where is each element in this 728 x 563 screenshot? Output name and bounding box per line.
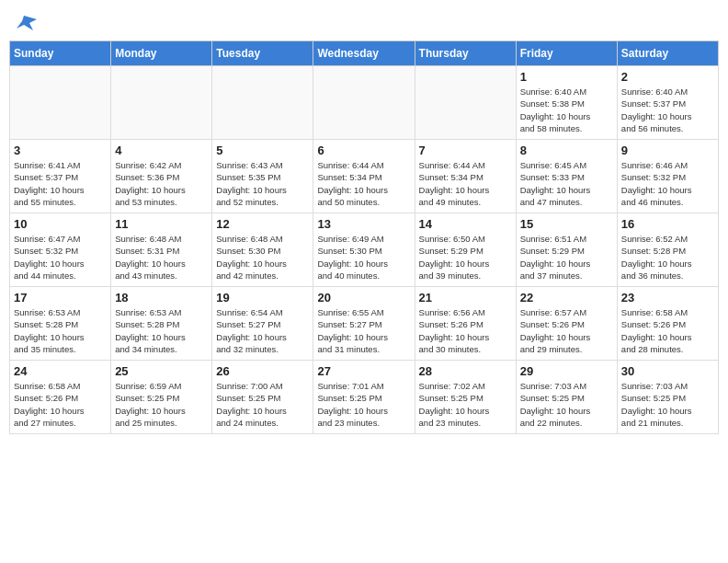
- day-number: 22: [520, 291, 613, 304]
- day-number: 30: [621, 364, 714, 378]
- calendar-cell: 14Sunrise: 6:50 AM Sunset: 5:29 PM Dayli…: [415, 213, 516, 287]
- day-number: 11: [115, 217, 208, 231]
- calendar-cell: 8Sunrise: 6:45 AM Sunset: 5:33 PM Daylig…: [516, 140, 617, 213]
- calendar-cell: [212, 66, 313, 140]
- day-info: Sunrise: 6:44 AM Sunset: 5:34 PM Dayligh…: [419, 159, 512, 208]
- weekday-header-wednesday: Wednesday: [313, 41, 415, 66]
- day-number: 1: [520, 70, 613, 84]
- day-info: Sunrise: 6:40 AM Sunset: 5:37 PM Dayligh…: [621, 86, 714, 134]
- day-info: Sunrise: 6:43 AM Sunset: 5:35 PM Dayligh…: [216, 159, 309, 208]
- day-number: 24: [14, 364, 107, 378]
- calendar-cell: 18Sunrise: 6:53 AM Sunset: 5:28 PM Dayli…: [111, 287, 212, 361]
- calendar-cell: 13Sunrise: 6:49 AM Sunset: 5:30 PM Dayli…: [313, 213, 415, 287]
- day-number: 29: [520, 364, 613, 378]
- calendar-table: SundayMondayTuesdayWednesdayThursdayFrid…: [9, 40, 719, 434]
- day-number: 27: [317, 364, 410, 378]
- calendar-cell: 28Sunrise: 7:02 AM Sunset: 5:25 PM Dayli…: [415, 361, 516, 434]
- calendar-cell: 30Sunrise: 7:03 AM Sunset: 5:25 PM Dayli…: [617, 361, 718, 434]
- day-number: 23: [621, 291, 714, 304]
- day-info: Sunrise: 6:55 AM Sunset: 5:27 PM Dayligh…: [317, 306, 410, 355]
- calendar-cell: 10Sunrise: 6:47 AM Sunset: 5:32 PM Dayli…: [10, 213, 111, 287]
- day-number: 7: [419, 144, 512, 157]
- calendar-week-5: 24Sunrise: 6:58 AM Sunset: 5:26 PM Dayli…: [10, 361, 719, 434]
- day-number: 20: [317, 291, 410, 304]
- day-info: Sunrise: 6:47 AM Sunset: 5:32 PM Dayligh…: [14, 233, 107, 282]
- day-info: Sunrise: 7:01 AM Sunset: 5:25 PM Dayligh…: [317, 380, 410, 429]
- calendar-cell: 25Sunrise: 6:59 AM Sunset: 5:25 PM Dayli…: [111, 361, 212, 434]
- calendar-cell: 29Sunrise: 7:03 AM Sunset: 5:25 PM Dayli…: [516, 361, 617, 434]
- day-number: 6: [317, 144, 410, 157]
- day-info: Sunrise: 6:44 AM Sunset: 5:34 PM Dayligh…: [317, 159, 410, 208]
- page-header: [9, 9, 719, 31]
- calendar-cell: 11Sunrise: 6:48 AM Sunset: 5:31 PM Dayli…: [111, 213, 212, 287]
- calendar-week-4: 17Sunrise: 6:53 AM Sunset: 5:28 PM Dayli…: [10, 287, 719, 361]
- calendar-cell: 1Sunrise: 6:40 AM Sunset: 5:38 PM Daylig…: [516, 66, 617, 140]
- day-info: Sunrise: 6:49 AM Sunset: 5:30 PM Dayligh…: [317, 233, 410, 282]
- logo: [14, 14, 37, 27]
- weekday-header-tuesday: Tuesday: [212, 41, 313, 66]
- calendar-cell: 4Sunrise: 6:42 AM Sunset: 5:36 PM Daylig…: [111, 140, 212, 213]
- weekday-header-thursday: Thursday: [415, 41, 516, 66]
- calendar-cell: 6Sunrise: 6:44 AM Sunset: 5:34 PM Daylig…: [313, 140, 415, 213]
- day-info: Sunrise: 6:48 AM Sunset: 5:31 PM Dayligh…: [115, 233, 208, 282]
- calendar-cell: 15Sunrise: 6:51 AM Sunset: 5:29 PM Dayli…: [516, 213, 617, 287]
- day-info: Sunrise: 6:52 AM Sunset: 5:28 PM Dayligh…: [621, 233, 714, 282]
- day-number: 12: [216, 217, 309, 231]
- day-info: Sunrise: 7:03 AM Sunset: 5:25 PM Dayligh…: [621, 380, 714, 429]
- day-number: 9: [621, 144, 714, 157]
- day-number: 10: [14, 217, 107, 231]
- day-info: Sunrise: 6:59 AM Sunset: 5:25 PM Dayligh…: [115, 380, 208, 429]
- day-info: Sunrise: 6:57 AM Sunset: 5:26 PM Dayligh…: [520, 306, 613, 355]
- calendar-week-2: 3Sunrise: 6:41 AM Sunset: 5:37 PM Daylig…: [10, 140, 719, 213]
- day-number: 18: [115, 291, 208, 304]
- day-number: 14: [419, 217, 512, 231]
- day-number: 19: [216, 291, 309, 304]
- calendar-header-row: SundayMondayTuesdayWednesdayThursdayFrid…: [10, 41, 719, 66]
- calendar-cell: 26Sunrise: 7:00 AM Sunset: 5:25 PM Dayli…: [212, 361, 313, 434]
- calendar-cell: 7Sunrise: 6:44 AM Sunset: 5:34 PM Daylig…: [415, 140, 516, 213]
- calendar-cell: 12Sunrise: 6:48 AM Sunset: 5:30 PM Dayli…: [212, 213, 313, 287]
- day-info: Sunrise: 6:58 AM Sunset: 5:26 PM Dayligh…: [14, 380, 107, 429]
- calendar-cell: 3Sunrise: 6:41 AM Sunset: 5:37 PM Daylig…: [10, 140, 111, 213]
- day-info: Sunrise: 6:41 AM Sunset: 5:37 PM Dayligh…: [14, 159, 107, 208]
- calendar-cell: 20Sunrise: 6:55 AM Sunset: 5:27 PM Dayli…: [313, 287, 415, 361]
- weekday-header-saturday: Saturday: [617, 41, 718, 66]
- calendar-week-3: 10Sunrise: 6:47 AM Sunset: 5:32 PM Dayli…: [10, 213, 719, 287]
- day-number: 16: [621, 217, 714, 231]
- day-info: Sunrise: 6:54 AM Sunset: 5:27 PM Dayligh…: [216, 306, 309, 355]
- logo-bird-icon: [17, 14, 37, 30]
- calendar-week-1: 1Sunrise: 6:40 AM Sunset: 5:38 PM Daylig…: [10, 66, 719, 140]
- day-number: 2: [621, 70, 714, 84]
- day-info: Sunrise: 6:53 AM Sunset: 5:28 PM Dayligh…: [14, 306, 107, 355]
- day-number: 17: [14, 291, 107, 304]
- day-info: Sunrise: 6:58 AM Sunset: 5:26 PM Dayligh…: [621, 306, 714, 355]
- calendar-cell: 24Sunrise: 6:58 AM Sunset: 5:26 PM Dayli…: [10, 361, 111, 434]
- day-number: 4: [115, 144, 208, 157]
- day-info: Sunrise: 6:40 AM Sunset: 5:38 PM Dayligh…: [520, 86, 613, 134]
- calendar-cell: [111, 66, 212, 140]
- calendar-cell: 17Sunrise: 6:53 AM Sunset: 5:28 PM Dayli…: [10, 287, 111, 361]
- day-info: Sunrise: 6:51 AM Sunset: 5:29 PM Dayligh…: [520, 233, 613, 282]
- day-info: Sunrise: 7:03 AM Sunset: 5:25 PM Dayligh…: [520, 380, 613, 429]
- day-info: Sunrise: 6:53 AM Sunset: 5:28 PM Dayligh…: [115, 306, 208, 355]
- day-info: Sunrise: 6:56 AM Sunset: 5:26 PM Dayligh…: [419, 306, 512, 355]
- calendar-cell: 21Sunrise: 6:56 AM Sunset: 5:26 PM Dayli…: [415, 287, 516, 361]
- day-info: Sunrise: 7:00 AM Sunset: 5:25 PM Dayligh…: [216, 380, 309, 429]
- calendar-cell: [415, 66, 516, 140]
- day-info: Sunrise: 7:02 AM Sunset: 5:25 PM Dayligh…: [419, 380, 512, 429]
- calendar-cell: 9Sunrise: 6:46 AM Sunset: 5:32 PM Daylig…: [617, 140, 718, 213]
- day-number: 15: [520, 217, 613, 231]
- calendar-cell: [10, 66, 111, 140]
- day-info: Sunrise: 6:50 AM Sunset: 5:29 PM Dayligh…: [419, 233, 512, 282]
- calendar-cell: 19Sunrise: 6:54 AM Sunset: 5:27 PM Dayli…: [212, 287, 313, 361]
- calendar-cell: 23Sunrise: 6:58 AM Sunset: 5:26 PM Dayli…: [617, 287, 718, 361]
- day-info: Sunrise: 6:46 AM Sunset: 5:32 PM Dayligh…: [621, 159, 714, 208]
- day-number: 21: [419, 291, 512, 304]
- calendar-cell: 16Sunrise: 6:52 AM Sunset: 5:28 PM Dayli…: [617, 213, 718, 287]
- calendar-cell: 5Sunrise: 6:43 AM Sunset: 5:35 PM Daylig…: [212, 140, 313, 213]
- weekday-header-friday: Friday: [516, 41, 617, 66]
- calendar-cell: 22Sunrise: 6:57 AM Sunset: 5:26 PM Dayli…: [516, 287, 617, 361]
- weekday-header-sunday: Sunday: [10, 41, 111, 66]
- day-number: 26: [216, 364, 309, 378]
- svg-marker-0: [17, 16, 37, 30]
